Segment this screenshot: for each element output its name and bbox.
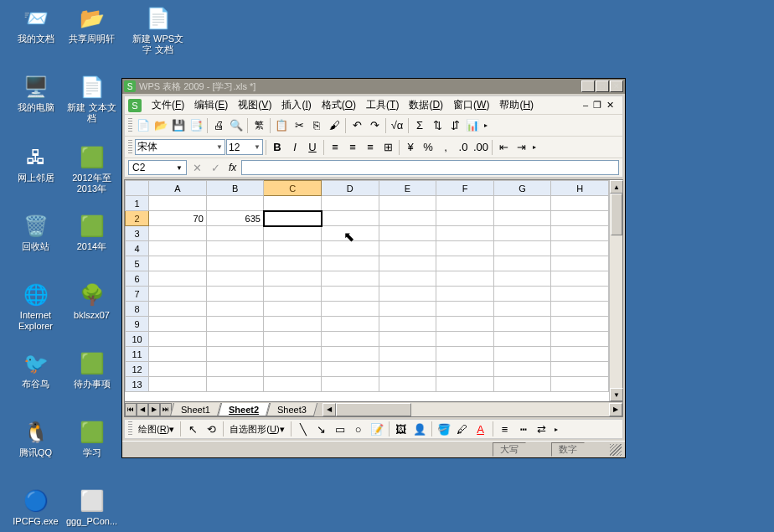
sort-desc-icon[interactable]: ⇵	[446, 117, 463, 134]
row-header-9[interactable]: 9	[126, 317, 149, 332]
currency-icon[interactable]: ¥	[402, 139, 419, 156]
fx-button[interactable]: fx	[225, 162, 240, 173]
toolbar-overflow[interactable]: ▸	[530, 139, 539, 156]
format-painter-icon[interactable]: 🖌	[326, 117, 343, 134]
cell-G13[interactable]	[493, 377, 551, 392]
doc-restore-button[interactable]: ❐	[591, 100, 603, 111]
minimize-button[interactable]: _	[581, 80, 595, 92]
cell-E4[interactable]	[379, 241, 436, 256]
cell-B12[interactable]	[206, 362, 264, 377]
scroll-thumb[interactable]	[611, 194, 622, 235]
row-header-2[interactable]: 2	[126, 211, 149, 226]
cell-H7[interactable]	[551, 287, 609, 302]
cell-G3[interactable]	[493, 226, 551, 241]
cell-E12[interactable]	[379, 362, 436, 377]
cell-D8[interactable]	[322, 302, 379, 317]
desktop-icon-2[interactable]: 📄 新建 WPS文字 文档	[131, 5, 185, 55]
sheet-tab-sheet2[interactable]: Sheet2	[218, 403, 270, 416]
cell-B9[interactable]	[206, 317, 264, 332]
align-right-icon[interactable]: ≡	[362, 139, 379, 156]
cell-D1[interactable]	[322, 196, 379, 211]
cell-B5[interactable]	[206, 256, 264, 271]
comma-icon[interactable]: ,	[437, 139, 454, 156]
cell-B2[interactable]: 635	[206, 211, 264, 226]
row-header-3[interactable]: 3	[126, 226, 149, 241]
row-header-10[interactable]: 10	[126, 332, 149, 347]
cell-C12[interactable]	[264, 362, 322, 377]
copy-icon[interactable]: ⎘	[308, 117, 325, 134]
open-icon[interactable]: 📂	[152, 117, 169, 134]
cell-D5[interactable]	[322, 256, 379, 271]
cell-B4[interactable]	[206, 241, 264, 256]
arrow-style-icon[interactable]: ⇄	[534, 421, 550, 437]
percent-icon[interactable]: %	[420, 139, 436, 156]
cell-H11[interactable]	[551, 347, 609, 362]
cell-H8[interactable]	[551, 302, 609, 317]
cell-G12[interactable]	[493, 362, 551, 377]
menu-v[interactable]: 视图(V)	[233, 96, 276, 114]
redo-icon[interactable]: ↷	[366, 117, 383, 134]
resize-grip[interactable]	[610, 444, 622, 456]
horizontal-scrollbar[interactable]: ◀ ▶	[322, 403, 622, 416]
row-header-7[interactable]: 7	[126, 287, 149, 302]
toolbar-grip[interactable]	[128, 140, 132, 155]
cell-F5[interactable]	[436, 256, 494, 271]
spreadsheet-grid[interactable]: ABCDEFGH1270635345678910111213	[125, 180, 609, 401]
cell-B6[interactable]	[206, 271, 264, 287]
cancel-formula-icon[interactable]: ✕	[188, 159, 205, 176]
cell-A7[interactable]	[149, 287, 207, 302]
fill-color-icon[interactable]: 🪣	[436, 421, 452, 437]
rotate-icon[interactable]: ⟲	[203, 421, 219, 437]
menu-o[interactable]: 格式(O)	[317, 96, 361, 114]
cell-G8[interactable]	[493, 302, 551, 317]
col-header-H[interactable]: H	[551, 181, 609, 196]
formula-input[interactable]	[241, 160, 619, 175]
cell-A3[interactable]	[149, 226, 207, 241]
rectangle-icon[interactable]: ▭	[332, 421, 348, 437]
cell-H1[interactable]	[551, 196, 609, 211]
cell-A2[interactable]: 70	[149, 211, 207, 226]
cell-E2[interactable]	[379, 211, 436, 226]
cell-A8[interactable]	[149, 302, 207, 317]
decrease-decimal-icon[interactable]: .00	[472, 139, 489, 156]
cell-B13[interactable]	[206, 377, 264, 392]
maximize-button[interactable]: □	[596, 80, 609, 92]
cell-C1[interactable]	[264, 196, 322, 211]
cell-E6[interactable]	[379, 271, 436, 287]
cell-G9[interactable]	[493, 317, 551, 332]
cell-G4[interactable]	[493, 241, 551, 256]
cell-A12[interactable]	[149, 362, 207, 377]
cell-D7[interactable]	[322, 287, 379, 302]
textbox-icon[interactable]: 📝	[369, 421, 385, 437]
cell-E13[interactable]	[379, 377, 436, 392]
cell-H10[interactable]	[551, 332, 609, 347]
dash-style-icon[interactable]: ┅	[515, 421, 532, 437]
cut-icon[interactable]: ✂	[291, 117, 307, 134]
col-header-A[interactable]: A	[149, 181, 207, 196]
cell-H2[interactable]	[551, 211, 609, 226]
select-all-corner[interactable]	[126, 181, 149, 196]
cell-G10[interactable]	[493, 332, 551, 347]
menu-f[interactable]: 文件(F)	[147, 96, 189, 114]
row-header-1[interactable]: 1	[126, 196, 149, 211]
cell-A5[interactable]	[149, 256, 207, 271]
cell-B8[interactable]	[206, 302, 264, 317]
scroll-left-button[interactable]: ◀	[322, 403, 336, 416]
cell-G1[interactable]	[493, 196, 551, 211]
row-header-5[interactable]: 5	[126, 256, 149, 271]
select-objects-icon[interactable]: ↖	[184, 421, 201, 437]
desktop-icon-6[interactable]: 🟩 2012年至2013年	[64, 144, 119, 194]
cell-F2[interactable]	[436, 211, 494, 226]
title-bar[interactable]: S WPS 表格 2009 - [学习.xls *] _ □ ✕	[122, 79, 625, 94]
cell-C2[interactable]	[264, 211, 322, 226]
line-style-icon[interactable]: ≡	[497, 421, 513, 437]
desktop-icon-9[interactable]: 🌐 Internet Explorer	[8, 281, 63, 332]
cell-E10[interactable]	[379, 332, 436, 347]
draw-menu-button[interactable]: 绘图(R)▾	[136, 421, 177, 437]
new-icon[interactable]: 📄	[135, 117, 152, 134]
cell-E5[interactable]	[379, 256, 436, 271]
align-center-icon[interactable]: ≡	[344, 139, 361, 156]
cell-C3[interactable]	[264, 226, 322, 241]
cell-F3[interactable]	[436, 226, 494, 241]
wps-logo-icon[interactable]: S	[128, 99, 142, 112]
